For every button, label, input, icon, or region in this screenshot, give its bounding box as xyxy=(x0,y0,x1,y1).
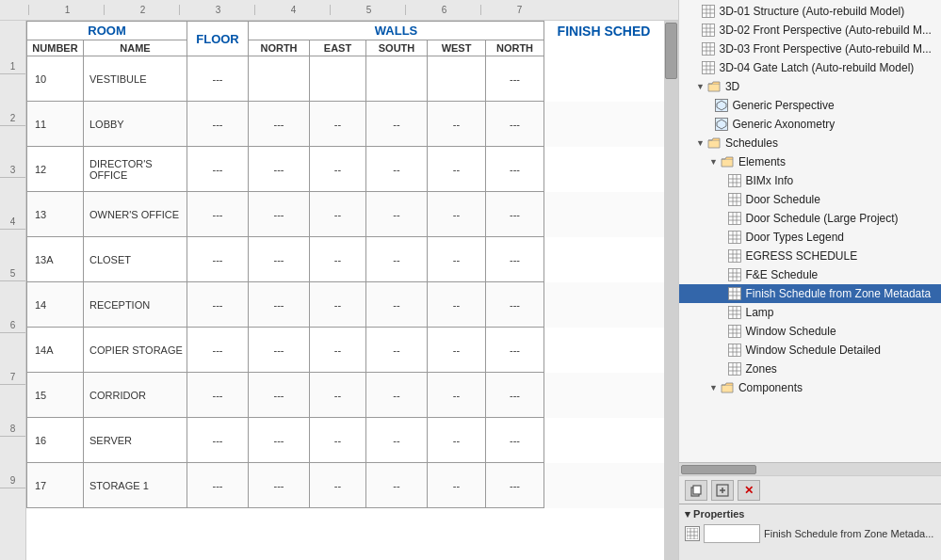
north2-subheader: NORTH xyxy=(486,40,544,56)
svg-rect-29 xyxy=(728,194,740,206)
wall-cell: -- xyxy=(366,282,428,328)
3d-group-arrow-icon: ▼ xyxy=(696,82,705,91)
wall-cell: -- xyxy=(428,102,486,147)
tree-item-fe-schedule[interactable]: F&E Schedule xyxy=(679,265,941,284)
3d-01-label: 3D-01 Structure (Auto-rebuild Model) xyxy=(720,5,905,18)
3d-04-label: 3D-04 Gate Latch (Auto-rebuild Model) xyxy=(720,61,915,74)
wall-cell: -- xyxy=(428,282,486,328)
svg-rect-84 xyxy=(687,528,698,539)
3d-03-arrow-icon xyxy=(696,44,699,54)
table-row: 16SERVER--------------- xyxy=(27,418,664,463)
wall-cell: --- xyxy=(486,418,544,463)
tree-item-door-types-legend[interactable]: Door Types Legend xyxy=(679,228,941,247)
wall-cell: -- xyxy=(366,102,428,147)
3d-02-icon xyxy=(701,23,716,38)
tree-item-schedules[interactable]: ▼Schedules xyxy=(679,134,941,152)
3d-02-label: 3D-02 Front Perspective (Auto-rebuild M.… xyxy=(720,24,932,37)
vertical-scrollbar[interactable] xyxy=(664,21,678,560)
tree-item-3d-02[interactable]: 3D-02 Front Perspective (Auto-rebuild M.… xyxy=(679,21,941,40)
lamp-label: Lamp xyxy=(746,306,774,319)
components-icon xyxy=(720,380,735,395)
room-number-cell: 13 xyxy=(27,192,84,237)
bimx-info-icon xyxy=(727,173,742,188)
wall-cell: -- xyxy=(428,463,486,508)
wall-cell: -- xyxy=(428,418,486,463)
components-arrow-icon: ▼ xyxy=(709,383,718,392)
tree-item-3d-03[interactable]: 3D-03 Front Perspective (Auto-rebuild M.… xyxy=(679,40,941,58)
ruler-mark: 2 xyxy=(104,5,179,15)
wall-cell: -- xyxy=(310,418,366,463)
properties-input[interactable] xyxy=(704,524,760,543)
table-row: 13ACLOSET--------------- xyxy=(27,237,664,282)
schedules-arrow-icon: ▼ xyxy=(696,138,705,148)
tree-item-3d-04[interactable]: 3D-04 Gate Latch (Auto-rebuild Model) xyxy=(679,58,941,77)
room-name-cell: SERVER xyxy=(84,418,187,463)
wall-cell: -- xyxy=(310,102,366,147)
wall-cell: --- xyxy=(187,237,249,282)
wall-cell: --- xyxy=(249,102,310,147)
window-schedule-detailed-label: Window Schedule Detailed xyxy=(746,344,881,357)
close-button[interactable]: ✕ xyxy=(738,480,760,501)
svg-rect-10 xyxy=(702,43,714,56)
3d-03-label: 3D-03 Front Perspective (Auto-rebuild M.… xyxy=(720,42,932,56)
properties-value: Finish Schedule from Zone Metada... xyxy=(764,528,933,539)
wall-cell: -- xyxy=(310,328,366,373)
egress-schedule-arrow-icon xyxy=(722,251,725,261)
wall-cell xyxy=(249,56,310,102)
table-row: 15CORRIDOR--------------- xyxy=(27,373,664,418)
svg-rect-64 xyxy=(728,326,740,338)
door-types-legend-arrow-icon xyxy=(722,232,725,242)
wall-cell: --- xyxy=(249,373,310,418)
svg-rect-49 xyxy=(728,269,740,281)
components-label: Components xyxy=(738,381,803,394)
tree-item-components[interactable]: ▼Components xyxy=(679,378,941,397)
scroll-thumb[interactable] xyxy=(665,23,677,79)
tree-item-door-schedule-large[interactable]: Door Schedule (Large Project) xyxy=(679,209,941,228)
tree-item-3d-01[interactable]: 3D-01 Structure (Auto-rebuild Model) xyxy=(679,2,941,21)
egress-schedule-icon xyxy=(727,248,742,264)
ruler-num: 8 xyxy=(0,385,25,437)
wall-cell: --- xyxy=(249,328,310,373)
wall-cell: --- xyxy=(486,102,544,147)
west-subheader: WEST xyxy=(428,40,486,56)
3d-01-arrow-icon xyxy=(696,7,699,16)
tree-item-door-schedule[interactable]: Door Schedule xyxy=(679,190,941,209)
scroll-thumb-h[interactable] xyxy=(681,465,756,474)
schedule-panel: 1 2 3 4 5 6 7 1 2 3 4 5 6 7 8 9 xyxy=(0,0,678,560)
tree-item-generic-perspective[interactable]: Generic Perspective xyxy=(679,96,941,115)
tree-item-egress-schedule[interactable]: EGRESS SCHEDULE xyxy=(679,247,941,265)
room-number-cell: 14A xyxy=(27,328,84,373)
table-row: 14RECEPTION--------------- xyxy=(27,282,664,328)
tree-item-lamp[interactable]: Lamp xyxy=(679,303,941,322)
room-name-cell: OWNER'S OFFICE xyxy=(84,192,187,237)
tree-item-finish-schedule[interactable]: Finish Schedule from Zone Metadata xyxy=(679,284,941,303)
room-name-cell: STORAGE 1 xyxy=(84,463,187,508)
wall-cell: -- xyxy=(366,192,428,237)
room-number-cell: 14 xyxy=(27,282,84,328)
new-button[interactable] xyxy=(711,480,734,501)
bimx-info-arrow-icon xyxy=(722,176,725,185)
table-row: 14ACOPIER STORAGE--------------- xyxy=(27,328,664,373)
fe-schedule-icon xyxy=(727,267,742,282)
door-types-legend-icon xyxy=(727,230,742,245)
tree-item-3d-group[interactable]: ▼3D xyxy=(679,77,941,96)
wall-cell: --- xyxy=(249,282,310,328)
room-name-cell: COPIER STORAGE xyxy=(84,328,187,373)
lamp-icon xyxy=(727,305,742,320)
copy-button[interactable] xyxy=(685,480,707,501)
ruler-left: 1 2 3 4 5 6 7 8 9 xyxy=(0,21,26,560)
window-schedule-icon xyxy=(727,324,742,339)
tree-item-generic-axonometry[interactable]: Generic Axonometry xyxy=(679,115,941,134)
wall-cell: --- xyxy=(187,282,249,328)
tree-item-bimx-info[interactable]: BIMx Info xyxy=(679,171,941,190)
wall-cell: -- xyxy=(310,282,366,328)
tree-toolbar: ✕ xyxy=(679,475,941,504)
ruler-num: 3 xyxy=(0,126,25,178)
horizontal-scrollbar[interactable] xyxy=(679,462,941,475)
tree-item-elements[interactable]: ▼Elements xyxy=(679,152,941,171)
tree-item-zones[interactable]: Zones xyxy=(679,360,941,378)
tree-item-window-schedule[interactable]: Window Schedule xyxy=(679,322,941,341)
room-number-cell: 17 xyxy=(27,463,84,508)
wall-cell: -- xyxy=(428,373,486,418)
tree-item-window-schedule-detailed[interactable]: Window Schedule Detailed xyxy=(679,341,941,360)
